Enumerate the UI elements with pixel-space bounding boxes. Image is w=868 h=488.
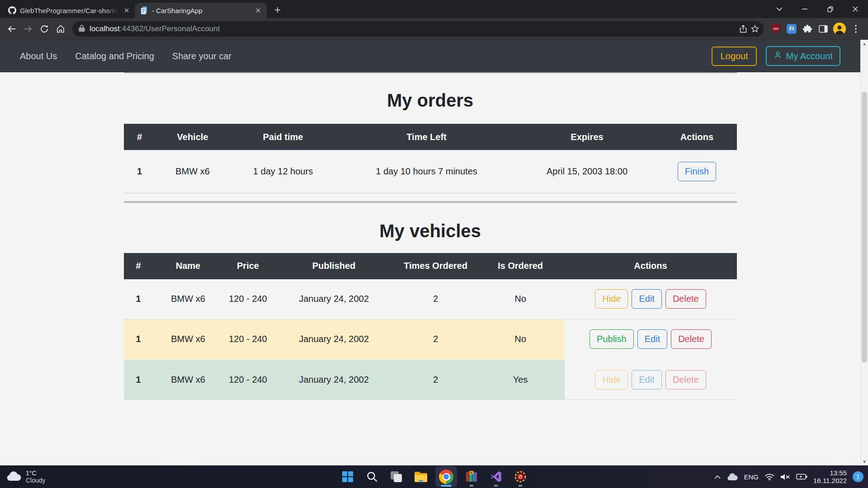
- back-button[interactable]: [4, 21, 20, 37]
- weather-condition: Cloudy: [26, 477, 46, 484]
- col-published: Published: [273, 253, 395, 279]
- cell-times-ordered: 2: [395, 279, 476, 319]
- cell-actions: Finish: [657, 150, 737, 193]
- page-scrollbar[interactable]: ▲ ▼: [860, 40, 868, 465]
- col-number: #: [124, 253, 153, 279]
- reload-button[interactable]: [36, 21, 52, 37]
- cell-published: January 24, 2002: [273, 319, 395, 360]
- language-indicator[interactable]: ENG: [744, 473, 759, 481]
- vehicles-header-row: # Name Price Published Times Ordered Is …: [124, 253, 737, 279]
- weather-temp: 1°C: [26, 469, 46, 477]
- chrome-logo: [439, 469, 453, 484]
- nav-link-about-us[interactable]: About Us: [20, 51, 57, 61]
- profile-avatar[interactable]: [833, 23, 846, 35]
- scroll-up-icon[interactable]: ▲: [861, 40, 868, 47]
- battery-charging-icon[interactable]: [796, 474, 807, 480]
- github-icon: [8, 6, 16, 14]
- col-time-left: Time Left: [336, 124, 517, 150]
- search-icon[interactable]: [362, 466, 382, 487]
- fonts-extension-icon[interactable]: FI: [786, 23, 797, 35]
- hide-button-disabled[interactable]: Hide: [595, 370, 628, 389]
- task-view-icon[interactable]: [387, 466, 406, 487]
- taskbar-weather-widget[interactable]: 1°C Cloudy: [5, 465, 46, 488]
- chevron-down-icon[interactable]: [767, 0, 792, 18]
- delete-button[interactable]: Delete: [665, 289, 706, 309]
- side-panel-icon[interactable]: [817, 23, 829, 35]
- publish-button[interactable]: Publish: [590, 329, 634, 349]
- tray-chevron-up-icon[interactable]: [714, 475, 721, 479]
- system-tray: ENG 13:55 16.11.2022 1: [714, 465, 863, 488]
- new-tab-button[interactable]: [271, 4, 284, 16]
- ublock-extension-icon[interactable]: UO: [770, 23, 782, 35]
- vehicle-row: 1 BMW x6 120 - 240 January 24, 2002 2 No…: [124, 279, 737, 319]
- edit-button-disabled[interactable]: Edit: [632, 370, 661, 389]
- cell-times-ordered: 2: [395, 319, 476, 360]
- order-row: 1 BMW x6 1 day 12 hours 1 day 10 hours 7…: [124, 150, 737, 193]
- delete-button-disabled[interactable]: Delete: [665, 370, 706, 389]
- cell-time-left: 1 day 10 hours 7 minutes: [336, 150, 517, 193]
- cell-price: 120 - 240: [223, 279, 273, 319]
- home-button[interactable]: [52, 21, 69, 37]
- col-actions: Actions: [657, 124, 737, 150]
- edit-button[interactable]: Edit: [632, 289, 661, 309]
- start-button[interactable]: [338, 466, 358, 487]
- address-bar[interactable]: localhost:44362/UserPersonalAccount: [72, 21, 764, 37]
- col-vehicle: Vehicle: [156, 124, 230, 150]
- volume-muted-icon[interactable]: [780, 473, 790, 481]
- close-tab-icon[interactable]: [254, 6, 262, 14]
- irfanview-icon[interactable]: [510, 466, 530, 487]
- logout-button[interactable]: Logout: [712, 47, 756, 66]
- notification-badge[interactable]: 1: [853, 471, 863, 482]
- cell-name: BMW x6: [153, 319, 223, 360]
- edit-button[interactable]: Edit: [637, 329, 667, 349]
- forward-button[interactable]: [20, 21, 36, 37]
- tab-carsharingapp[interactable]: - CarSharingApp: [136, 3, 267, 18]
- winrar-icon[interactable]: [462, 466, 481, 487]
- cell-expires: April 15, 2003 18:00: [517, 150, 657, 193]
- scroll-down-icon[interactable]: ▼: [861, 458, 868, 465]
- url-text: localhost:44362/UserPersonalAccount: [90, 24, 737, 33]
- tab-strip: GlebTheProgrammer/Car-sharing - CarShari…: [0, 0, 868, 18]
- finish-button[interactable]: Finish: [678, 162, 716, 181]
- running-app-indicator: [470, 485, 474, 487]
- cell-actions: Hide Edit Delete: [565, 360, 737, 400]
- vehicles-title: My vehicles: [124, 220, 737, 242]
- vehicle-row-hidden: 1 BMW x6 120 - 240 January 24, 2002 2 No…: [124, 319, 737, 360]
- nav-link-catalog-and-pricing[interactable]: Catalog and Pricing: [75, 51, 154, 61]
- delete-button[interactable]: Delete: [671, 329, 712, 349]
- cloud-icon: [5, 470, 22, 483]
- my-account-button[interactable]: My Account: [766, 46, 840, 66]
- cell-times-ordered: 2: [395, 360, 476, 400]
- bookmark-star-icon[interactable]: [749, 23, 761, 35]
- cell-name: BMW x6: [153, 360, 223, 400]
- site-navbar: About Us Catalog and Pricing Share your …: [0, 40, 860, 72]
- wifi-icon[interactable]: [764, 473, 774, 481]
- extensions-bar: UO FI: [767, 23, 864, 35]
- taskbar-clock[interactable]: 13:55 16.11.2022: [813, 469, 847, 484]
- onedrive-icon[interactable]: [726, 473, 738, 481]
- window-controls: [767, 0, 868, 18]
- tab-title: GlebTheProgrammer/Car-sharing: [20, 7, 119, 14]
- divider: [124, 201, 737, 203]
- browser-menu-icon[interactable]: [850, 23, 862, 35]
- close-tab-icon[interactable]: [123, 6, 131, 14]
- cell-number: 1: [124, 150, 156, 193]
- visual-studio-icon[interactable]: [486, 466, 506, 487]
- share-icon[interactable]: [737, 23, 749, 35]
- scrollbar-thumb[interactable]: [862, 92, 867, 363]
- cell-vehicle: BMW x6: [156, 150, 230, 193]
- nav-link-share-your-car[interactable]: Share your car: [172, 51, 231, 61]
- tab-github[interactable]: GlebTheProgrammer/Car-sharing: [4, 3, 136, 18]
- minimize-button[interactable]: [792, 0, 817, 18]
- puzzle-extensions-icon[interactable]: [802, 23, 813, 35]
- close-button[interactable]: [843, 0, 868, 18]
- my-account-label: My Account: [786, 51, 833, 61]
- hide-button[interactable]: Hide: [595, 289, 628, 309]
- col-price: Price: [223, 253, 273, 279]
- col-is-ordered: Is Ordered: [476, 253, 565, 279]
- chrome-taskbar-icon[interactable]: [435, 466, 457, 487]
- maximize-button[interactable]: [817, 0, 843, 18]
- file-explorer-icon[interactable]: [411, 466, 431, 487]
- running-app-indicator: [494, 485, 498, 487]
- running-app-indicator: [519, 485, 523, 487]
